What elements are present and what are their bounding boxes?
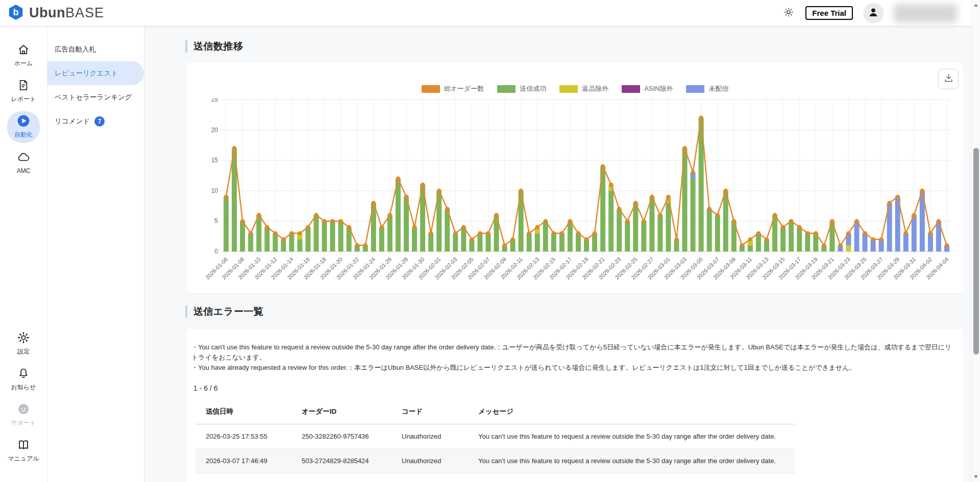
legend-label: 未配信 <box>708 84 728 93</box>
svg-text:0: 0 <box>214 248 218 255</box>
icon-sidebar: ホームレポート自動化AMC 設定お知らせサポートマニュアル <box>0 27 47 482</box>
brightness-icon <box>783 7 794 20</box>
main-content: 送信数推移 総オーダー数送信成功返品除外ASIN除外未配信 0510152025… <box>144 27 971 482</box>
sidebar-item-news[interactable]: お知らせ <box>0 362 47 397</box>
sidebar-item-home[interactable]: ホーム <box>0 38 47 73</box>
submenu-item-1[interactable]: レビューリクエスト <box>47 61 144 85</box>
sidebar-item-label: AMC <box>17 167 31 174</box>
app-header: b UbunBASE Free Trial <box>0 0 971 27</box>
legend-item[interactable]: ASIN除外 <box>622 84 673 93</box>
hexagon-logo-icon: b <box>7 4 24 23</box>
error-note: ・You can't use this feature to request a… <box>191 342 954 363</box>
sidebar-item-label: お知らせ <box>11 383 36 392</box>
bell-icon <box>17 367 30 382</box>
table-cell: You can't use this feature to request a … <box>468 449 795 473</box>
shipment-trend-chart: 05101520252026-01-062026-01-082026-01-10… <box>199 98 954 289</box>
table-cell: Unauthorized <box>391 449 468 473</box>
table-header-cell: オーダーID <box>291 399 391 424</box>
sidebar-item-settings[interactable]: 設定 <box>0 326 47 362</box>
sidebar-item-support[interactable]: サポート <box>0 397 47 433</box>
sidebar-item-label: マニュアル <box>8 454 39 463</box>
table-row: 2026-03-07 17:46:49503-2724829-8285424Un… <box>195 449 795 473</box>
user-avatar-button[interactable] <box>863 3 884 23</box>
sidebar-item-label: 自動化 <box>14 131 33 139</box>
error-table: 送信日時オーダーIDコードメッセージ 2026-03-25 17:53:5525… <box>195 399 795 482</box>
errors-section-title: 送信エラー一覧 <box>185 305 263 318</box>
book-icon <box>17 438 30 453</box>
table-cell: 249-5610857-7115919 <box>291 473 391 482</box>
sidebar-item-automation[interactable]: 自動化 <box>0 109 47 145</box>
error-list-card: ・You can't use this feature to request a… <box>186 329 964 482</box>
table-row: 2026-01-12 17:19:01249-5610857-7115919Un… <box>195 473 795 482</box>
cloud-icon <box>17 151 30 166</box>
person-icon <box>867 6 880 21</box>
error-note: ・You have already requested a review for… <box>191 363 954 373</box>
legend-item[interactable]: 送信成功 <box>497 84 546 93</box>
support-icon <box>17 402 30 418</box>
legend-item[interactable]: 返品除外 <box>559 84 608 93</box>
table-cell: 250-3282260-9757436 <box>291 424 391 449</box>
table-row: 2026-03-25 17:53:55250-3282260-9757436Un… <box>195 424 795 449</box>
legend-item[interactable]: 総オーダー数 <box>422 84 484 93</box>
legend-swatch <box>559 85 578 93</box>
svg-text:10: 10 <box>211 187 218 194</box>
chart-section-title: 送信数推移 <box>185 40 243 53</box>
submenu-item-label: 広告自動入札 <box>55 45 96 54</box>
page-scrollbar[interactable] <box>971 0 980 482</box>
table-header-cell: コード <box>391 399 468 424</box>
svg-text:5: 5 <box>214 217 218 224</box>
legend-swatch <box>622 85 640 93</box>
table-header-cell: 送信日時 <box>195 399 291 424</box>
sidebar-item-manual[interactable]: マニュアル <box>0 433 47 469</box>
legend-label: 返品除外 <box>582 84 608 93</box>
table-cell: 2026-01-12 17:19:01 <box>195 473 291 482</box>
submenu-item-label: ベストセラーランキング <box>55 93 132 102</box>
sidebar-item-report[interactable]: レポート <box>0 73 47 109</box>
brand-logo[interactable]: b UbunBASE <box>0 4 104 23</box>
sidebar-item-label: レポート <box>11 95 36 104</box>
submenu-item-2[interactable]: ベストセラーランキング <box>47 85 144 109</box>
legend-swatch <box>686 85 704 93</box>
brightness-button[interactable] <box>782 7 795 20</box>
submenu-item-label: リコメンド <box>55 117 90 126</box>
submenu-item-label: レビューリクエスト <box>55 69 118 78</box>
free-trial-button[interactable]: Free Trial <box>805 6 853 20</box>
sidebar-item-label: 設定 <box>17 347 30 356</box>
sidebar-item-label: サポート <box>11 419 36 427</box>
table-cell: 2026-03-25 17:53:55 <box>195 424 291 449</box>
table-cell: Unauthorized <box>391 473 468 482</box>
report-icon <box>17 79 30 94</box>
pagination-label: 1 - 6 / 6 <box>193 384 953 392</box>
sidebar-item-amc[interactable]: AMC <box>0 145 47 181</box>
download-icon <box>944 73 953 85</box>
svg-text:20: 20 <box>211 126 218 134</box>
legend-label: 送信成功 <box>520 84 546 93</box>
home-icon <box>17 43 30 58</box>
table-cell: Unauthorized <box>391 424 468 449</box>
gear-icon <box>17 331 30 346</box>
table-header-row: 送信日時オーダーIDコードメッセージ <box>195 399 795 424</box>
table-cell: 2026-03-07 17:46:49 <box>195 449 291 473</box>
sidebar-item-label: ホーム <box>14 59 33 68</box>
legend-swatch <box>497 85 516 93</box>
notification-badge: 7 <box>94 116 105 126</box>
table-cell: You can't use this feature to request a … <box>468 424 795 449</box>
title-accent-bar <box>185 306 187 318</box>
chart-legend: 総オーダー数送信成功返品除外ASIN除外未配信 <box>186 84 964 93</box>
svg-text:25: 25 <box>211 98 218 103</box>
scroll-down-arrow[interactable] <box>974 475 978 478</box>
legend-item[interactable]: 未配信 <box>686 84 728 93</box>
brand-name: UbunBASE <box>29 5 104 21</box>
table-cell: 503-2724829-8285424 <box>291 449 391 473</box>
legend-swatch <box>422 85 440 93</box>
submenu-item-0[interactable]: 広告自動入札 <box>47 37 144 61</box>
scroll-up-arrow[interactable] <box>974 4 978 7</box>
legend-label: ASIN除外 <box>644 84 673 93</box>
svg-text:b: b <box>13 7 19 17</box>
automation-submenu: 広告自動入札レビューリクエストベストセラーランキングリコメンド7 <box>47 27 144 482</box>
scrollbar-thumb[interactable] <box>973 148 979 354</box>
table-header-cell: メッセージ <box>468 399 795 424</box>
username-redacted <box>894 4 957 22</box>
submenu-item-3[interactable]: リコメンド7 <box>47 109 144 133</box>
svg-text:15: 15 <box>211 157 218 164</box>
